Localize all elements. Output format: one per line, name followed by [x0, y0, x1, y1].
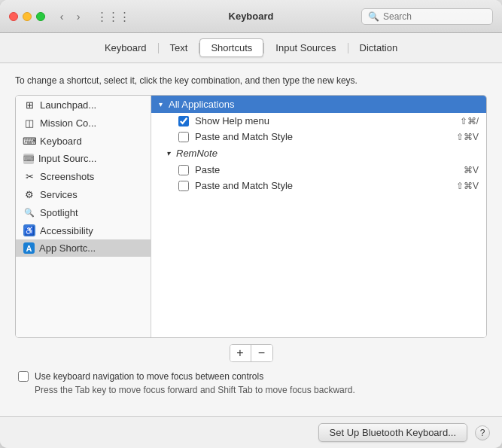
shortcut-row-paste[interactable]: Paste ⌘V [151, 162, 486, 178]
shortcut-keys: ⇧⌘/ [460, 116, 479, 126]
shortcut-row-paste-match-1[interactable]: Paste and Match Style ⇧⌘V [151, 129, 486, 145]
input-sources-icon: ⌨ [23, 154, 34, 164]
paste-checkbox[interactable] [178, 165, 189, 175]
add-shortcut-button[interactable]: + [230, 345, 251, 361]
close-button[interactable] [9, 12, 18, 21]
app-shortcuts-icon: A [23, 242, 35, 254]
grid-icon: ⋮⋮⋮ [96, 10, 130, 23]
tab-input-sources[interactable]: Input Sources [264, 38, 347, 57]
sidebar: ⊞ Launchpad... ◫ Mission Co... ⌨ Keyboar… [16, 96, 151, 337]
minimize-button[interactable] [23, 12, 32, 21]
sidebar-item-label: Services [40, 189, 78, 200]
sidebar-item-keyboard[interactable]: ⌨ Keyboard [16, 132, 151, 150]
remnote-header[interactable]: ▾ RemNote [151, 145, 486, 162]
search-icon: 🔍 [368, 11, 379, 22]
setup-bluetooth-button[interactable]: Set Up Bluetooth Keyboard... [318, 423, 467, 442]
titlebar: ‹ › ⋮⋮⋮ Keyboard 🔍 [0, 0, 502, 33]
sidebar-item-label: App Shortc... [39, 242, 96, 254]
shortcut-keys: ⌘V [464, 165, 479, 175]
back-button[interactable]: ‹ [54, 9, 69, 24]
shortcut-row-paste-match-2[interactable]: Paste and Match Style ⇧⌘V [151, 178, 486, 194]
sidebar-item-launchpad[interactable]: ⊞ Launchpad... [16, 96, 151, 114]
footer-line1: Use keyboard navigation to move focus be… [18, 371, 484, 382]
maximize-button[interactable] [36, 12, 45, 21]
search-input[interactable] [383, 11, 486, 22]
launchpad-icon: ⊞ [23, 99, 35, 111]
tab-keyboard[interactable]: Keyboard [93, 38, 158, 57]
shortcut-name: Paste [195, 164, 464, 175]
help-button[interactable]: ? [475, 425, 490, 440]
tab-shortcuts[interactable]: Shortcuts [199, 38, 263, 57]
paste-match-checkbox-2[interactable] [178, 181, 189, 191]
add-remove-group: + − [230, 344, 273, 362]
forward-button[interactable]: › [71, 9, 86, 24]
sidebar-item-label: Accessibility [40, 225, 93, 236]
sidebar-item-label: Mission Co... [40, 117, 96, 129]
chevron-down-icon: ▾ [166, 149, 170, 157]
all-applications-header[interactable]: ▾ All Applications [151, 96, 486, 113]
all-applications-label: All Applications [169, 99, 234, 110]
sidebar-item-screenshots[interactable]: ✂ Screenshots [16, 167, 151, 185]
sidebar-item-label: Spotlight [40, 207, 78, 218]
shortcut-keys: ⇧⌘V [456, 132, 479, 142]
spotlight-icon: 🔍 [23, 206, 35, 218]
split-panel: ⊞ Launchpad... ◫ Mission Co... ⌨ Keyboar… [15, 95, 487, 338]
window: ‹ › ⋮⋮⋮ Keyboard 🔍 Keyboard Text Shortcu… [0, 0, 502, 448]
chevron-down-icon: ▾ [159, 100, 163, 108]
sidebar-item-services[interactable]: ⚙ Services [16, 185, 151, 203]
screenshots-icon: ✂ [23, 170, 35, 182]
footer-checkbox-label: Use keyboard navigation to move focus be… [35, 371, 263, 382]
shortcut-name: Show Help menu [195, 115, 460, 126]
shortcut-keys: ⇧⌘V [456, 181, 479, 191]
nav-buttons: ‹ › [54, 9, 86, 24]
shortcut-name: Paste and Match Style [195, 131, 456, 142]
shortcut-name: Paste and Match Style [195, 180, 456, 191]
search-box[interactable]: 🔍 [361, 8, 493, 25]
bottom-controls: + − [15, 344, 487, 362]
tabbar: Keyboard Text Shortcuts Input Sources Di… [0, 33, 502, 63]
description-text: To change a shortcut, select it, click t… [15, 75, 487, 86]
sidebar-item-spotlight[interactable]: 🔍 Spotlight [16, 203, 151, 221]
footer-description: Use keyboard navigation to move focus be… [15, 371, 487, 395]
tab-dictation[interactable]: Dictation [348, 38, 409, 57]
sidebar-item-label: Screenshots [40, 171, 94, 182]
remnote-label: RemNote [176, 148, 218, 159]
sidebar-item-label: Keyboard [40, 136, 82, 147]
services-icon: ⚙ [23, 188, 35, 200]
bottombar: Set Up Bluetooth Keyboard... ? [0, 416, 502, 448]
right-panel: ▾ All Applications Show Help menu ⇧⌘/ Pa… [151, 96, 486, 337]
window-title: Keyboard [229, 11, 274, 22]
remove-shortcut-button[interactable]: − [251, 345, 272, 361]
sidebar-item-label: Launchpad... [40, 99, 96, 111]
tab-text[interactable]: Text [159, 38, 199, 57]
sidebar-item-input-sources[interactable]: ⌨ Input Sourc... [16, 150, 151, 167]
show-help-checkbox[interactable] [178, 116, 189, 126]
keyboard-icon: ⌨ [23, 135, 35, 147]
accessibility-icon: ♿ [23, 224, 35, 236]
shortcut-row-show-help[interactable]: Show Help menu ⇧⌘/ [151, 113, 486, 129]
main-content: To change a shortcut, select it, click t… [0, 63, 502, 416]
keyboard-nav-checkbox[interactable] [18, 371, 29, 382]
sidebar-item-mission-control[interactable]: ◫ Mission Co... [16, 114, 151, 132]
sidebar-item-accessibility[interactable]: ♿ Accessibility [16, 221, 151, 239]
sidebar-item-app-shortcuts[interactable]: A App Shortc... [16, 239, 151, 257]
sidebar-item-label: Input Sourc... [38, 153, 96, 164]
traffic-lights [9, 12, 45, 21]
mission-control-icon: ◫ [23, 117, 35, 129]
paste-match-checkbox-1[interactable] [178, 132, 189, 142]
footer-subtext: Press the Tab key to move focus forward … [18, 385, 484, 395]
